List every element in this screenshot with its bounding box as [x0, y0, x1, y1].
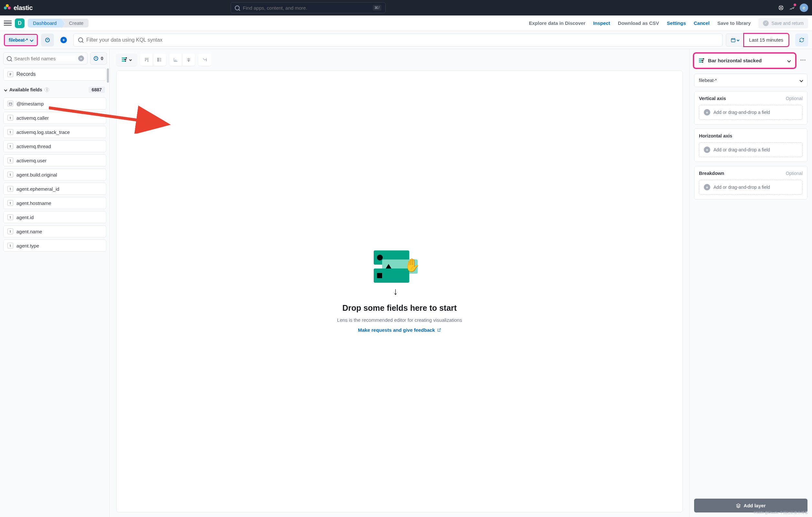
chevron-down-icon — [4, 88, 7, 91]
chart-toolbar — [116, 54, 683, 66]
save-and-return-button[interactable]: ✓ Save and return — [758, 18, 808, 28]
vis-type-label: Bar horizontal stacked — [708, 58, 762, 64]
download-csv-link[interactable]: Download as CSV — [618, 20, 659, 26]
field-item[interactable]: tactivemq.thread — [3, 140, 106, 152]
settings-link[interactable]: Settings — [667, 20, 686, 26]
bar-stacked-icon — [699, 58, 705, 63]
nav-toggle[interactable] — [4, 19, 11, 27]
right-axis-button[interactable] — [198, 54, 211, 66]
field-name: activemq.log.stack_trace — [17, 129, 70, 135]
field-item[interactable]: tagent.ephemeral_id — [3, 183, 106, 195]
horizontal-axis-drop[interactable]: + Add or drag-and-drop a field — [699, 142, 803, 157]
inspect-link[interactable]: Inspect — [593, 20, 610, 26]
saved-queries-button[interactable] — [41, 34, 54, 47]
svg-rect-4 — [122, 57, 126, 58]
left-axis-button[interactable] — [169, 54, 182, 66]
available-fields-header[interactable]: Available fields i 6887 — [3, 85, 106, 95]
field-search-box[interactable]: ✕ — [3, 52, 88, 65]
elastic-logo-icon — [4, 4, 11, 11]
search-icon — [7, 56, 11, 61]
svg-rect-14 — [699, 58, 703, 59]
vertical-axis-label: Vertical axis — [699, 96, 726, 101]
chevron-down-icon — [737, 38, 739, 41]
layer-index-select[interactable]: filebeat-* — [694, 73, 808, 87]
field-item[interactable]: tactivemq.user — [3, 154, 106, 166]
chart-type-menu[interactable] — [116, 54, 137, 66]
save-to-library-link[interactable]: Save to library — [717, 20, 751, 26]
kql-input-container[interactable] — [73, 34, 723, 47]
more-icon — [801, 59, 806, 61]
scrollbar-thumb[interactable] — [107, 68, 109, 83]
config-panel: Bar horizontal stacked filebeat-* Vertic… — [689, 49, 812, 517]
svg-point-10 — [157, 58, 158, 59]
svg-point-21 — [802, 59, 803, 60]
bottom-axis-button[interactable] — [182, 54, 195, 66]
kql-input[interactable] — [86, 37, 718, 43]
refresh-button[interactable] — [795, 34, 808, 47]
user-avatar[interactable]: e — [800, 4, 808, 12]
svg-rect-15 — [703, 58, 704, 59]
text-type-icon: t — [7, 214, 13, 220]
info-icon[interactable]: i — [45, 87, 49, 92]
breakdown-drop[interactable]: + Add or drag-and-drop a field — [699, 180, 803, 194]
field-item[interactable]: @timestamp — [3, 97, 106, 110]
layer-actions-button[interactable] — [799, 54, 808, 66]
drop-subtitle: Lens is the recommended editor for creat… — [337, 317, 462, 323]
help-icon[interactable] — [778, 4, 784, 11]
field-item[interactable]: tagent.build.original — [3, 169, 106, 181]
svg-rect-6 — [122, 59, 124, 60]
visualization-type-select[interactable]: Bar horizontal stacked — [694, 54, 795, 68]
clear-icon[interactable]: ✕ — [78, 56, 84, 61]
plus-icon: + — [704, 147, 710, 153]
field-item[interactable]: tagent.name — [3, 225, 106, 238]
svg-rect-7 — [124, 59, 126, 60]
field-item[interactable]: tactivemq.caller — [3, 112, 106, 124]
field-item[interactable]: tactivemq.log.stack_trace — [3, 126, 106, 138]
cancel-link[interactable]: Cancel — [694, 20, 709, 26]
vertical-axis-section: Vertical axis Optional + Add or drag-and… — [694, 91, 808, 125]
text-type-icon: t — [7, 157, 13, 163]
field-item[interactable]: tagent.type — [3, 240, 106, 252]
newsfeed-icon[interactable] — [789, 4, 795, 11]
canvas-area: ✋ ↓ Drop some fields here to start Lens … — [110, 49, 689, 517]
page-header: D Dashboard Create Explore data in Disco… — [0, 16, 812, 31]
layer-index-label: filebeat-* — [699, 78, 717, 83]
field-item[interactable]: tagent.id — [3, 211, 106, 223]
global-search[interactable]: ⌘/ — [231, 2, 386, 13]
add-layer-label: Add layer — [744, 503, 765, 508]
breadcrumb-dashboard[interactable]: Dashboard — [28, 19, 62, 27]
chevron-down-icon — [787, 59, 791, 62]
date-picker-toggle[interactable] — [726, 34, 744, 47]
text-type-icon: t — [7, 243, 13, 248]
field-name: activemq.user — [17, 158, 47, 163]
visual-options-button[interactable] — [140, 54, 153, 66]
brand-logo[interactable]: elastic — [4, 4, 33, 11]
main-content: ✕ 0 # Records Available fields i 6887 @t… — [0, 49, 812, 517]
field-filter-button[interactable]: 0 — [90, 52, 107, 65]
drop-illustration: ✋ ↓ — [374, 250, 425, 293]
field-name: agent.id — [17, 215, 34, 220]
explore-discover-link[interactable]: Explore data in Discover — [529, 20, 585, 26]
svg-point-22 — [804, 59, 805, 60]
feedback-link[interactable]: Make requests and give feedback — [358, 327, 441, 333]
field-name: activemq.caller — [17, 115, 49, 121]
available-fields-label: Available fields — [9, 87, 42, 92]
bar-stacked-icon — [122, 57, 127, 62]
svg-rect-16 — [699, 60, 701, 61]
field-list: @timestamp tactivemq.caller tactivemq.lo… — [3, 97, 106, 252]
optional-label: Optional — [786, 96, 803, 101]
index-pattern-select[interactable]: filebeat-* — [4, 34, 38, 46]
field-name: activemq.thread — [17, 144, 51, 149]
legend-options-button[interactable] — [153, 54, 166, 66]
drop-title: Drop some fields here to start — [342, 303, 457, 313]
field-search-input[interactable] — [14, 56, 76, 61]
records-field[interactable]: # Records — [3, 68, 106, 81]
field-item[interactable]: tagent.hostname — [3, 197, 106, 209]
date-range-display[interactable]: Last 15 minutes — [744, 34, 789, 47]
drop-zone[interactable]: ✋ ↓ Drop some fields here to start Lens … — [116, 70, 683, 513]
vertical-axis-drop[interactable]: + Add or drag-and-drop a field — [699, 105, 803, 120]
feedback-link-label: Make requests and give feedback — [358, 327, 435, 333]
add-filter-button[interactable]: + — [57, 34, 70, 47]
global-search-input[interactable] — [243, 5, 370, 11]
date-type-icon — [7, 101, 13, 107]
